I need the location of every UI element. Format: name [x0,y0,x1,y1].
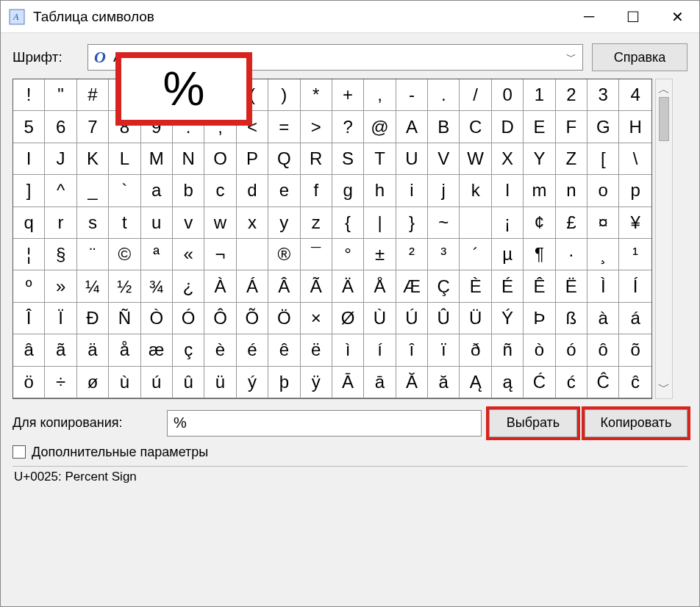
char-cell[interactable]: ô [588,334,619,366]
char-cell[interactable]: c [204,175,236,206]
char-cell[interactable]: k [460,175,491,206]
char-cell[interactable]: O [204,143,236,175]
char-cell[interactable]: | [364,207,396,239]
char-cell[interactable]: à [588,303,619,334]
char-cell[interactable]: Ô [204,303,236,334]
char-cell[interactable]: Q [268,143,300,175]
char-cell[interactable]: ¥ [619,207,651,239]
char-cell[interactable]: Ą [460,367,491,398]
char-cell[interactable]: u [141,207,173,239]
char-cell[interactable] [460,207,491,239]
char-cell[interactable]: ó [556,334,588,366]
char-cell[interactable]: ` [109,175,140,206]
char-cell[interactable]: ° [332,239,364,270]
char-cell[interactable]: Â [268,270,300,302]
char-cell[interactable]: E [524,111,555,143]
char-cell[interactable]: ÷ [45,367,76,398]
char-cell[interactable]: ^ [45,175,76,206]
char-cell[interactable]: ¸ [588,239,619,270]
char-cell[interactable]: j [428,175,460,206]
char-cell[interactable]: ß [556,303,588,334]
char-cell[interactable]: Z [556,143,588,175]
char-cell[interactable]: ¢ [524,207,555,239]
char-cell[interactable]: s [77,207,109,239]
char-cell[interactable]: ¹ [619,239,651,270]
char-cell[interactable]: ÿ [301,367,332,398]
char-cell[interactable]: Û [428,303,460,334]
copy-button[interactable]: Копировать [585,409,688,437]
char-cell[interactable]: q [13,207,45,239]
char-cell[interactable]: i [396,175,428,206]
char-cell[interactable]: 0 [492,79,524,111]
char-cell[interactable]: î [396,334,428,366]
char-cell[interactable]: è [204,334,236,366]
char-cell[interactable]: Í [619,270,651,302]
char-cell[interactable]: " [45,79,76,111]
char-cell[interactable]: ą [492,367,524,398]
char-cell[interactable]: Ã [301,270,332,302]
char-cell[interactable]: ç [173,334,204,366]
char-cell[interactable]: å [109,334,140,366]
char-cell[interactable]: Å [364,270,396,302]
char-cell[interactable]: ? [332,111,364,143]
char-cell[interactable]: ! [13,79,45,111]
char-cell[interactable]: ć [556,367,588,398]
char-cell[interactable]: ³ [428,239,460,270]
scroll-up-icon[interactable]: ︿ [658,82,670,98]
char-cell[interactable]: 2 [556,79,588,111]
scrollbar-thumb[interactable] [659,97,669,141]
char-cell[interactable]: C [460,111,491,143]
char-cell[interactable]: â [13,334,45,366]
char-cell[interactable]: ú [141,367,173,398]
char-cell[interactable]: p [619,175,651,206]
char-cell[interactable]: ì [332,334,364,366]
char-cell[interactable]: ½ [109,270,140,302]
char-cell[interactable]: Ñ [109,303,140,334]
char-cell[interactable]: w [204,207,236,239]
char-cell[interactable]: - [396,79,428,111]
char-cell[interactable]: ¨ [77,239,109,270]
char-cell[interactable]: Ë [556,270,588,302]
char-cell[interactable]: £ [556,207,588,239]
char-cell[interactable]: ù [109,367,140,398]
char-cell[interactable]: Ä [332,270,364,302]
char-cell[interactable]: W [460,143,491,175]
char-cell[interactable]: 6 [45,111,76,143]
char-cell[interactable]: ¦ [13,239,45,270]
char-cell[interactable]: ¾ [141,270,173,302]
char-cell[interactable]: n [556,175,588,206]
char-cell[interactable]: ā [364,367,396,398]
char-cell[interactable]: ø [77,367,109,398]
char-cell[interactable]: / [460,79,491,111]
char-cell[interactable]: . [428,79,460,111]
char-cell[interactable]: L [109,143,140,175]
char-cell[interactable]: Ì [588,270,619,302]
char-cell[interactable]: D [492,111,524,143]
char-cell[interactable]: J [45,143,76,175]
char-cell[interactable]: Þ [524,303,555,334]
char-cell[interactable] [237,239,268,270]
char-cell[interactable]: × [301,303,332,334]
char-cell[interactable]: « [173,239,204,270]
char-cell[interactable]: f [301,175,332,206]
char-cell[interactable]: + [332,79,364,111]
char-cell[interactable]: ñ [492,334,524,366]
char-cell[interactable]: N [173,143,204,175]
char-cell[interactable]: ¬ [204,239,236,270]
char-cell[interactable]: X [492,143,524,175]
char-cell[interactable]: È [460,270,491,302]
char-cell[interactable]: = [268,111,300,143]
char-cell[interactable]: ¶ [524,239,555,270]
char-cell[interactable]: Î [13,303,45,334]
char-cell[interactable]: ) [268,79,300,111]
char-cell[interactable]: P [237,143,268,175]
char-cell[interactable]: ¡ [492,207,524,239]
char-cell[interactable]: Ï [45,303,76,334]
char-cell[interactable]: a [141,175,173,206]
char-cell[interactable]: ê [268,334,300,366]
char-cell[interactable]: _ [77,175,109,206]
char-cell[interactable]: o [588,175,619,206]
char-cell[interactable]: ã [45,334,76,366]
char-cell[interactable]: 5 [13,111,45,143]
char-cell[interactable]: [ [588,143,619,175]
